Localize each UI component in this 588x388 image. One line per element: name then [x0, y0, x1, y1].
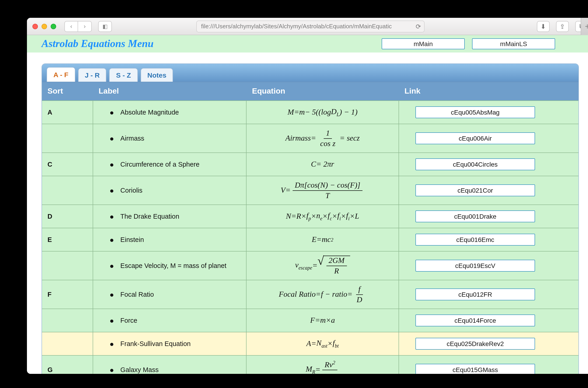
- content-panel: A - FJ - RS - ZNotes SortLabelEquationLi…: [42, 63, 579, 374]
- sort-cell: E: [42, 228, 93, 251]
- table-row: ●AirmassAirmass = 1cos z = sec zcEqu006A…: [42, 124, 578, 152]
- link-button[interactable]: cEqu015GMass: [416, 364, 535, 374]
- equation-cell: vescape = √2GMR: [246, 251, 399, 280]
- close-icon[interactable]: [32, 24, 38, 29]
- label-cell: ●Focal Ratio: [93, 280, 246, 309]
- tab-a-f[interactable]: A - F: [47, 67, 75, 82]
- page-title: Astrolab Equations Menu: [42, 38, 154, 50]
- label-cell: ●Escape Velocity, M = mass of planet: [93, 251, 246, 280]
- link-cell: cEqu025DrakeRev2: [399, 332, 551, 355]
- equation-cell: F = m × a: [246, 309, 399, 332]
- link-cell: cEqu021Cor: [399, 176, 551, 204]
- equation-cell: M = m − 5((log DL ) − 1): [246, 101, 399, 124]
- equation-cell: MR = Rv2: [246, 356, 399, 374]
- link-cell: cEqu005AbsMag: [399, 101, 551, 124]
- sort-cell: D: [42, 205, 93, 228]
- link-cell: cEqu015GMass: [399, 356, 551, 374]
- sort-cell: F: [42, 280, 93, 309]
- sort-cell: [42, 332, 93, 355]
- link-cell: cEqu012FR: [399, 280, 551, 309]
- window-controls: [32, 24, 56, 29]
- column-sort: Sort: [42, 82, 93, 100]
- table-row: ●CoriolisV = Dπ[cos(N) − cos(F)]TcEqu021…: [42, 176, 578, 204]
- equation-cell: C = 2πr: [246, 153, 399, 176]
- header-button-mmain[interactable]: mMain: [382, 38, 465, 49]
- link-cell: cEqu016Emc: [399, 228, 551, 251]
- link-button[interactable]: cEqu019EscV: [416, 260, 535, 272]
- equation-cell: A = Nast × fbt: [246, 332, 399, 355]
- column-label: Label: [93, 82, 246, 100]
- tab-strip: A - FJ - RS - ZNotes: [42, 64, 578, 82]
- sort-cell: A: [42, 101, 93, 124]
- label-cell: ●Frank-Sullivan Equation: [93, 332, 246, 355]
- link-button[interactable]: cEqu004Circles: [416, 158, 535, 170]
- label-text: Coriolis: [120, 187, 143, 194]
- label-text: Airmass: [120, 135, 144, 142]
- url-text: file:///Users/alchymylab/Sites/Alchymy/A…: [201, 23, 392, 30]
- downloads-icon[interactable]: ⬇: [537, 21, 550, 32]
- sort-cell: [42, 309, 93, 332]
- link-button[interactable]: cEqu005AbsMag: [416, 106, 535, 118]
- label-cell: ●Einstein: [93, 228, 246, 251]
- tab-j-r[interactable]: J - R: [78, 68, 107, 82]
- link-cell: cEqu014Force: [399, 309, 551, 332]
- column-link: Link: [399, 82, 551, 100]
- link-cell: cEqu004Circles: [399, 153, 551, 176]
- table-row: E●EinsteinE = mc2cEqu016Emc: [42, 228, 578, 251]
- link-button[interactable]: cEqu016Emc: [416, 234, 535, 245]
- link-button[interactable]: cEqu001Drake: [416, 210, 535, 222]
- label-text: Frank-Sullivan Equation: [120, 340, 191, 347]
- column-equation: Equation: [246, 82, 399, 100]
- link-button[interactable]: cEqu014Force: [416, 315, 535, 326]
- equation-cell: N = R × fp × ne × fc × fi × fi × L: [246, 205, 399, 228]
- minimize-icon[interactable]: [42, 24, 47, 29]
- table-row: ●Frank-Sullivan EquationA = Nast × fbtcE…: [42, 332, 578, 355]
- table-header: SortLabelEquationLink: [42, 82, 578, 100]
- link-button[interactable]: cEqu012FR: [416, 289, 535, 300]
- equation-cell: V = Dπ[cos(N) − cos(F)]T: [246, 176, 399, 204]
- link-cell: cEqu019EscV: [399, 251, 551, 280]
- table-body: A●Absolute MagnitudeM = m − 5((log DL ) …: [42, 100, 578, 374]
- label-cell: ●Galaxy Mass: [93, 356, 246, 374]
- label-cell: ●The Drake Equation: [93, 205, 246, 228]
- label-text: Absolute Magnitude: [120, 109, 179, 116]
- link-button[interactable]: cEqu021Cor: [416, 184, 535, 196]
- equation-cell: Focal Ratio = f − ratio = fD: [246, 280, 399, 309]
- label-cell: ●Force: [93, 309, 246, 332]
- new-tab-button[interactable]: +: [581, 18, 588, 35]
- label-text: Galaxy Mass: [120, 366, 159, 373]
- tab-notes[interactable]: Notes: [141, 68, 173, 82]
- address-bar[interactable]: file:///Users/alchymylab/Sites/Alchymy/A…: [196, 20, 424, 32]
- header-button-mmainls[interactable]: mMainLS: [472, 38, 555, 49]
- forward-button[interactable]: ›: [78, 21, 92, 32]
- sort-cell: [42, 251, 93, 280]
- label-text: Einstein: [120, 236, 144, 243]
- link-cell: cEqu001Drake: [399, 205, 551, 228]
- table-row: D●The Drake EquationN = R × fp × ne × fc…: [42, 204, 578, 228]
- sort-cell: [42, 124, 93, 152]
- zoom-icon[interactable]: [51, 24, 56, 29]
- sidebar-button[interactable]: ◧: [98, 21, 112, 32]
- share-icon[interactable]: ⇪: [556, 21, 569, 32]
- reload-icon[interactable]: ⟳: [416, 23, 421, 30]
- label-cell: ●Absolute Magnitude: [93, 101, 246, 124]
- label-cell: ●Airmass: [93, 124, 246, 152]
- label-text: The Drake Equation: [120, 213, 179, 220]
- label-cell: ●Circumference of a Sphere: [93, 153, 246, 176]
- titlebar: ‹ › ◧ file:///Users/alchymylab/Sites/Alc…: [27, 18, 588, 35]
- tab-s-z[interactable]: S - Z: [109, 68, 138, 82]
- table-row: F●Focal RatioFocal Ratio = f − ratio = f…: [42, 280, 578, 309]
- sort-cell: G: [42, 356, 93, 374]
- label-cell: ●Coriolis: [93, 176, 246, 204]
- link-button[interactable]: cEqu006Air: [416, 132, 535, 144]
- table-row: A●Absolute MagnitudeM = m − 5((log DL ) …: [42, 100, 578, 124]
- link-button[interactable]: cEqu025DrakeRev2: [416, 338, 535, 350]
- equation-cell: E = mc2: [246, 228, 399, 251]
- table-row: C●Circumference of a SphereC = 2πrcEqu00…: [42, 152, 578, 176]
- link-cell: cEqu006Air: [399, 124, 551, 152]
- sort-cell: [42, 176, 93, 204]
- sort-cell: C: [42, 153, 93, 176]
- table-row: ●Escape Velocity, M = mass of planetvesc…: [42, 251, 578, 280]
- back-button[interactable]: ‹: [64, 21, 78, 32]
- table-row: ●ForceF = m × acEqu014Force: [42, 309, 578, 332]
